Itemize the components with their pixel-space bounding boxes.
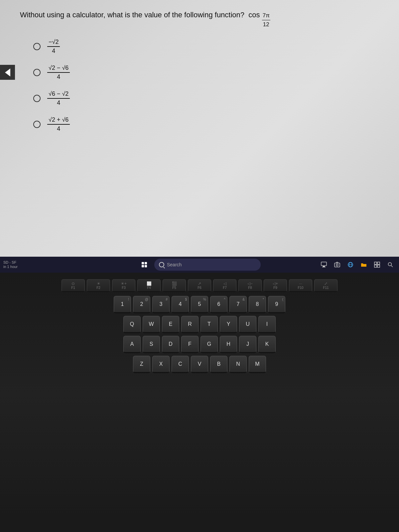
app-name: SD - SF (3, 260, 18, 265)
function-label: cos (248, 11, 260, 19)
key-z[interactable]: Z (133, 356, 150, 373)
key-f9[interactable]: ◁+ F9 (264, 279, 287, 292)
key-f2[interactable]: ☀ F2 (87, 279, 110, 292)
option-3-denominator: 4 (56, 99, 62, 106)
apps-svg (374, 262, 380, 268)
key-s[interactable]: S (143, 336, 160, 353)
option-2-numerator: √2 − √6 (47, 65, 70, 73)
keyboard-area: ⊙ F1 ☀ F2 ☀+ F3 ⬜ F4 ⬛ F5 ↗ F6 ◁ F7 ◁− F (0, 273, 399, 516)
key-f7[interactable]: ◁ F7 (213, 279, 236, 292)
option-row-3: √6 − √2 4 (33, 90, 379, 106)
key-6[interactable]: ^ 6 (210, 296, 227, 313)
option-row-4: √2 + √6 4 (33, 116, 379, 132)
key-f4[interactable]: ⬜ F4 (137, 279, 161, 292)
key-4[interactable]: $ 4 (172, 296, 189, 313)
option-4-denominator: 4 (56, 125, 62, 132)
radio-option-3[interactable] (33, 95, 41, 102)
key-x[interactable]: X (152, 356, 170, 373)
key-d[interactable]: D (162, 336, 179, 353)
taskbar-app-label: SD - SF in 1 hour (3, 260, 18, 269)
taskbar-center: Search (138, 259, 261, 271)
camera-icon[interactable] (332, 259, 342, 270)
key-k[interactable]: K (258, 336, 276, 353)
key-3[interactable]: # 3 (152, 296, 170, 313)
answer-options: −√2 4 √2 − √6 4 √6 − √2 4 (33, 39, 379, 132)
taskbar: SD - SF in 1 hour Search (0, 257, 399, 273)
key-8[interactable]: * 8 (249, 296, 266, 313)
svg-point-12 (388, 263, 392, 266)
taskbar-left: SD - SF in 1 hour (3, 260, 18, 269)
number-row: ! 1 @ 2 # 3 $ 4 % 5 ^ 6 & 7 * 8 (10, 296, 389, 313)
radio-option-2[interactable] (33, 69, 41, 76)
svg-rect-10 (374, 265, 377, 267)
key-y[interactable]: Y (220, 316, 237, 333)
key-f5[interactable]: ⬛ F5 (163, 279, 186, 292)
key-g[interactable]: G (200, 336, 218, 353)
question-text: Without using a calculator, what is the … (20, 10, 379, 29)
asdf-row: A S D F G H J K (10, 336, 389, 353)
start-button[interactable] (138, 259, 150, 271)
taskbar-search-icon[interactable] (385, 259, 396, 270)
app-time: in 1 hour (3, 265, 18, 269)
key-5[interactable]: % 5 (191, 296, 208, 313)
desktop-icon[interactable] (319, 259, 329, 270)
key-a[interactable]: A (123, 336, 141, 353)
search-icon (159, 262, 164, 267)
option-4-numerator: √2 + √6 (47, 116, 70, 125)
key-f1[interactable]: ⊙ F1 (62, 279, 85, 292)
key-9[interactable]: ( 9 (268, 296, 285, 313)
option-1-numerator: −√2 (47, 39, 60, 47)
key-h[interactable]: H (220, 336, 237, 353)
search-bar[interactable]: Search (154, 259, 261, 271)
key-w[interactable]: W (143, 316, 160, 333)
svg-point-4 (336, 264, 338, 266)
key-u[interactable]: U (239, 316, 256, 333)
key-n[interactable]: N (229, 356, 247, 373)
key-1[interactable]: ! 1 (114, 296, 131, 313)
key-c[interactable]: C (172, 356, 189, 373)
svg-rect-11 (377, 265, 380, 267)
folder-icon[interactable] (358, 259, 369, 270)
option-1-fraction: −√2 4 (47, 39, 60, 55)
search-action-svg (387, 262, 393, 268)
browser-icon[interactable] (345, 259, 356, 270)
function-fraction: 7π 12 (262, 12, 270, 29)
function-denominator: 12 (262, 20, 270, 29)
option-3-numerator: √6 − √2 (47, 90, 70, 99)
key-f[interactable]: F (181, 336, 199, 353)
option-1-denominator: 4 (51, 47, 57, 55)
key-j[interactable]: J (239, 336, 256, 353)
option-3-fraction: √6 − √2 4 (47, 90, 70, 106)
key-7[interactable]: & 7 (229, 296, 247, 313)
key-i[interactable]: I (258, 316, 276, 333)
svg-rect-3 (334, 263, 340, 267)
svg-rect-9 (377, 262, 380, 264)
key-f11[interactable]: ⤢ F11 (314, 279, 337, 292)
key-f3[interactable]: ☀+ F3 (112, 279, 135, 292)
taskbar-right (319, 259, 396, 270)
radio-option-1[interactable] (33, 43, 41, 50)
zxcv-row: Z X C V B N M (10, 356, 389, 373)
option-row-1: −√2 4 (33, 39, 379, 55)
key-b[interactable]: B (210, 356, 227, 373)
fn-row: ⊙ F1 ☀ F2 ☀+ F3 ⬜ F4 ⬛ F5 ↗ F6 ◁ F7 ◁− F (10, 279, 389, 292)
desktop-svg (321, 262, 327, 268)
key-m[interactable]: M (249, 356, 266, 373)
key-r[interactable]: R (181, 316, 199, 333)
key-t[interactable]: T (200, 316, 218, 333)
start-grid-icon (142, 262, 147, 267)
key-f10[interactable]: ··· F10 (289, 279, 312, 292)
key-q[interactable]: Q (123, 316, 141, 333)
option-2-fraction: √2 − √6 4 (47, 65, 70, 80)
radio-option-4[interactable] (33, 121, 41, 128)
key-v[interactable]: V (191, 356, 208, 373)
question-area: Without using a calculator, what is the … (0, 0, 399, 257)
key-e[interactable]: E (162, 316, 179, 333)
apps-grid-icon[interactable] (372, 259, 382, 270)
search-text: Search (167, 262, 182, 267)
svg-rect-0 (321, 262, 327, 266)
key-f8[interactable]: ◁− F8 (238, 279, 262, 292)
camera-svg (334, 262, 340, 268)
key-f6[interactable]: ↗ F6 (188, 279, 211, 292)
key-2[interactable]: @ 2 (133, 296, 150, 313)
